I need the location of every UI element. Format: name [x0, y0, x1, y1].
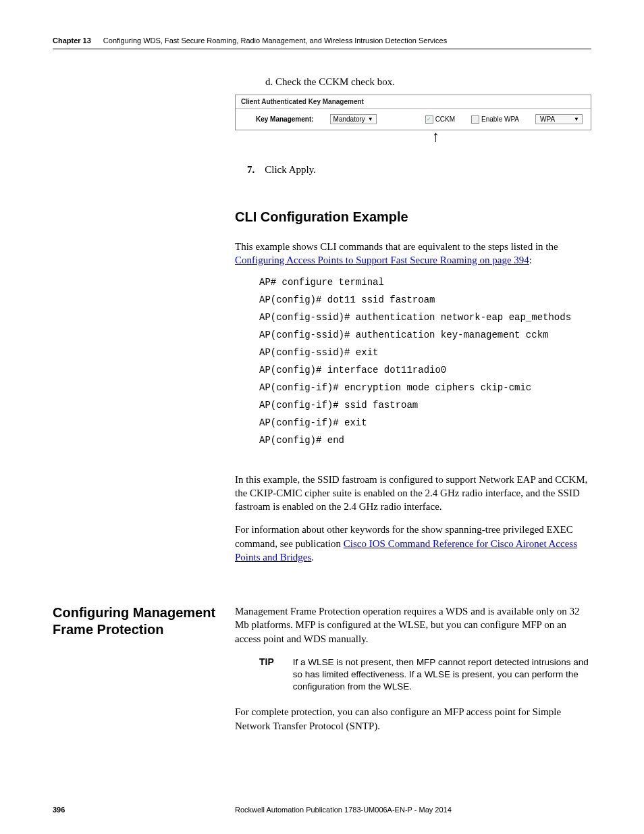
enable-wpa-label: Enable WPA	[481, 115, 519, 123]
code-line: AP(config-ssid)# exit	[259, 347, 591, 358]
cli-intro-paragraph: This example shows CLI commands that are…	[235, 240, 591, 267]
intro-colon: :	[529, 255, 532, 265]
mfp-side-heading: Configuring Management Frame Protection	[53, 604, 219, 742]
select-value: Mandatory	[333, 115, 365, 123]
code-line: AP# configure terminal	[259, 277, 591, 288]
tip-label: TIP	[259, 656, 274, 667]
cckm-checkbox-group[interactable]: ✓ CCKM	[425, 115, 455, 124]
code-line: AP(config-if)# exit	[259, 417, 591, 428]
code-line: AP(config-if)# ssid fastroam	[259, 400, 591, 411]
code-line: AP(config)# end	[259, 435, 591, 446]
info-post: .	[311, 552, 314, 563]
cli-example-heading: CLI Configuration Example	[235, 209, 591, 225]
code-line: AP(config)# dot11 ssid fastroam	[259, 294, 591, 305]
page-number: 396	[53, 806, 235, 814]
step-d-text: d. Check the CCKM check box.	[265, 76, 591, 88]
cli-code-block: AP# configure terminal AP(config)# dot11…	[259, 277, 591, 446]
page-footer: 396 Rockwell Automation Publication 1783…	[53, 806, 591, 814]
example-explanation: In this example, the SSID fastroam is co…	[235, 473, 591, 514]
tip-block: TIP If a WLSE is not present, then MFP c…	[259, 656, 591, 694]
cckm-checkbox[interactable]: ✓	[425, 115, 433, 124]
key-management-select[interactable]: Mandatory ▼	[330, 114, 377, 124]
key-management-label: Key Management:	[256, 115, 314, 123]
chapter-title: Configuring WDS, Fast Secure Roaming, Ra…	[103, 36, 447, 45]
info-paragraph: For information about other keywords for…	[235, 523, 591, 564]
code-line: AP(config-if)# encryption mode ciphers c…	[259, 382, 591, 393]
intro-text: This example shows CLI commands that are…	[235, 241, 558, 252]
code-line: AP(config-ssid)# authentication network-…	[259, 312, 591, 323]
step-7: 7. Click Apply.	[247, 164, 591, 176]
code-line: AP(config)# interface dot11radio0	[259, 365, 591, 375]
panel-title: Client Authenticated Key Management	[236, 95, 591, 109]
publication-info: Rockwell Automation Publication 1783-UM0…	[235, 806, 452, 814]
cckm-label: CCKM	[435, 115, 455, 123]
code-line: AP(config-ssid)# authentication key-mana…	[259, 330, 591, 340]
chevron-down-icon: ▼	[368, 116, 373, 122]
mfp-paragraph-2: For complete protection, you can also co…	[235, 705, 591, 733]
page-header: Chapter 13 Configuring WDS, Fast Secure …	[53, 36, 591, 49]
chevron-down-icon: ▼	[574, 116, 579, 122]
configuring-ap-link[interactable]: Configuring Access Points to Support Fas…	[235, 255, 529, 265]
wpa-select[interactable]: WPA ▼	[535, 114, 583, 124]
key-management-panel: Client Authenticated Key Management Key …	[235, 95, 591, 130]
arrow-up-icon: ↑	[432, 133, 439, 140]
mfp-paragraph-1: Management Frame Protection operation re…	[235, 604, 591, 646]
chapter-label: Chapter 13	[53, 36, 91, 45]
enable-wpa-checkbox-group[interactable]: Enable WPA	[471, 115, 519, 124]
wpa-select-value: WPA	[540, 115, 555, 123]
callout-arrow-row: ↑	[235, 136, 591, 149]
step-7-number: 7.	[247, 164, 254, 175]
tip-text: If a WLSE is not present, then MFP canno…	[293, 656, 591, 694]
step-7-text: Click Apply.	[265, 164, 316, 175]
enable-wpa-checkbox[interactable]	[471, 115, 479, 124]
